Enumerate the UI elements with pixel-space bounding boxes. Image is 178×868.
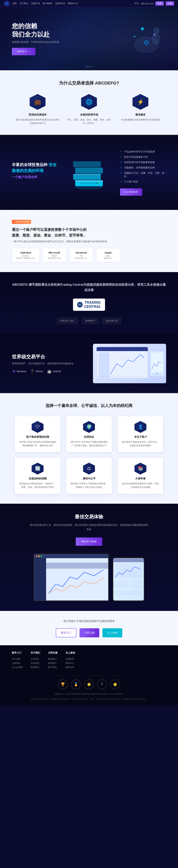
nav-account-types[interactable]: 账户类型▾ <box>43 2 52 5</box>
why-title-1: 全面的投资市场 <box>67 113 111 117</box>
platform-icon-windows-label: Windows <box>17 370 26 373</box>
tc-badges: 技术分析（EA） 股票和ETF 综合分析工具 <box>12 318 166 324</box>
platform-right <box>93 344 166 383</box>
svg-line-9 <box>143 29 154 35</box>
why-cards: 💼 更优的交易成本 最大化交易收益和交易效率是我们永远追求的目标ABCDEF G… <box>12 94 166 125</box>
why-desc-2: 专业客服团队在线为您解答任何交易问题 <box>119 118 162 122</box>
monitor-sidebar <box>34 558 46 600</box>
market-logo-facebook: facebook FBFacebook, Inc. <box>70 248 93 262</box>
svg-text:A: A <box>6 3 7 5</box>
footer-col-2-title: 立即注册 <box>48 651 57 655</box>
hero-dot-1[interactable] <box>86 66 87 67</box>
footer-link-0-0[interactable]: 开户须知 <box>12 657 23 661</box>
invest-feature-list: 产品品种内专可打开市场直接 提供丰富快捷服务于您 全球贸易可向市场探索和精密 天… <box>120 149 166 184</box>
footer-link-1-0[interactable]: 公司简介 <box>31 657 40 661</box>
hero-title: 您的信赖 我们全力以赴 <box>12 22 59 38</box>
svg-rect-34 <box>46 562 108 568</box>
cta-btn-beginner[interactable]: 新手入门 <box>56 628 76 638</box>
invest-subtitle: 一个账户交易全球 <box>12 175 58 179</box>
why-icon-2: ⚡ <box>132 94 148 110</box>
tc-badge-1: 股票和ETF <box>82 318 99 324</box>
tc-heading: ABCDEFG 携手国际著名分析机构Trading Central为您提供服务获… <box>12 282 166 292</box>
svg-rect-19 <box>73 174 101 175</box>
nav-links: 首页 关于我们 交易产品 账户类型▾ 交易平台▾ 帮助中心▾ <box>12 2 134 5</box>
nav-right: 中文 400-xxx-xxxx 登录 注册 <box>134 1 174 5</box>
nav-lang[interactable]: 中文 <box>134 2 139 5</box>
nav-home[interactable]: 首页 <box>12 2 17 5</box>
footer-link-3-0[interactable]: 在线咨询 <box>66 657 75 661</box>
market-logo-alphabet: Alphabet GOOGLGOOGL Alphabet Inc. <box>12 248 40 262</box>
svg-rect-36 <box>113 558 144 562</box>
hero-dot-2[interactable] <box>88 66 90 67</box>
broker-card-0: 🛡 客户资金管理的纪商 所有客户资金均存放在全球顶级金融机构的隔离账户中，确保安… <box>15 416 60 452</box>
iphone-icon: 📱 <box>30 369 34 374</box>
footer-col-0: 新手入门 开户须知 交易条款 出入金说明 <box>12 651 23 669</box>
broker-desc-5: 提供丰富的教育资源和学习材料，帮助交易者提升专业技能 <box>122 482 159 489</box>
broker-icon-2: 👤 <box>134 421 146 433</box>
cta-btn-register[interactable]: 立即注册 <box>79 628 99 638</box>
platform-icon-iphone[interactable]: 📱 iPhone <box>30 369 43 374</box>
experience-cta-button[interactable]: 即刻开户投资 <box>76 537 102 546</box>
why-card-0: 💼 更优的交易成本 最大化交易收益和交易效率是我们永远追求的目标ABCDEF G <box>16 94 59 125</box>
nav-about[interactable]: 关于我们 <box>20 2 28 5</box>
invest-feature-0: 产品品种内专可打开市场直接 <box>120 149 166 154</box>
footer-disclaimer: 本网站所提供的信息、内容或工具仅供参考，不构成任何投资建议。外汇、差价合约等产品… <box>12 698 166 701</box>
footer-link-0-2[interactable]: 出入金说明 <box>12 665 23 669</box>
footer-col-3-title: 马上咨询 <box>66 651 75 655</box>
invest-3d-graphic <box>66 153 112 192</box>
footer-col-1: 关于我们 公司简介 监管信息 联系我们 <box>31 651 40 669</box>
nav-help[interactable]: 帮助中心▾ <box>68 2 78 5</box>
svg-point-20 <box>75 185 103 190</box>
footer-col-3-list: 在线咨询 帮助中心 联系支持 <box>66 657 75 669</box>
footer-link-2-0[interactable]: 模拟账户 <box>48 657 57 661</box>
hero-dot-3[interactable] <box>91 66 92 67</box>
invest-feature-2: 全球贸易可向市场探索和精密 <box>120 160 166 165</box>
platform-icon-android[interactable]: 🤖 Android <box>47 369 61 374</box>
alphabet-name: Alphabet <box>16 251 35 254</box>
experience-desc: 强大的交易分析工具，满足各类交易需求。我们对交易工具的技术要求提供最高支持，助您… <box>30 523 148 531</box>
nav-products[interactable]: 交易产品 <box>31 2 40 5</box>
why-card-1: 🌐 全面的投资市场 外汇、股票、原油、黄金、指数、期货、比特币、货币等... <box>67 94 111 125</box>
cta-btn-consult[interactable]: 马上咨询 <box>102 628 122 638</box>
market-logos: Alphabet GOOGLGOOGL Alphabet Inc. Micros… <box>12 248 166 262</box>
footer-link-3-1[interactable]: 帮助中心 <box>66 661 75 665</box>
facebook-sub: FBFacebook, Inc. <box>74 255 89 259</box>
monitor-dot-red <box>36 555 37 557</box>
footer-link-0-1[interactable]: 交易条款 <box>12 661 23 665</box>
hero-section: 您的信赖 我们全力以赴 发现我们的优势，于ABCDEFG共赴全球市场 立即开户 <box>0 7 178 70</box>
footer-copyright: 风险提示 | © 2021 ABCDEFG 版权所有 | https://www… <box>12 692 166 696</box>
footer: 新手入门 开户须知 交易条款 出入金说明 关于我们 公司简介 监管信息 联系我们… <box>0 645 178 705</box>
broker-icon-4: ⚖ <box>83 463 95 474</box>
why-icon-1: 🌐 <box>81 94 97 110</box>
footer-col-1-title: 关于我们 <box>31 651 40 655</box>
broker-title-3: 交易品种的范围 <box>19 477 56 480</box>
footer-link-1-2[interactable]: 联系我们 <box>31 665 40 669</box>
tc-badge-0: 技术分析（EA） <box>57 318 78 324</box>
nav-platform[interactable]: 交易平台▾ <box>55 2 65 5</box>
site-logo[interactable]: A <box>4 1 9 6</box>
invest-section: 丰富的全球投资品种 安全极速的交易的环境 一个账户交易全球 产品品种内专可打开市… <box>0 135 178 210</box>
platform-screenshot <box>93 344 166 383</box>
alphabet-sub: GOOGLGOOGL Alphabet Inc. <box>16 255 35 259</box>
cert-badge-2: ⭐ <box>84 679 94 689</box>
hero-cta-button[interactable]: 立即开户 <box>12 48 35 55</box>
hero-subtitle: 发现我们的优势，于ABCDEFG共赴全球市场 <box>12 40 59 44</box>
svg-point-33 <box>156 373 158 374</box>
footer-link-3-2[interactable]: 联系支持 <box>66 665 75 669</box>
platform-icon-windows[interactable]: 🖥 Windows <box>12 369 26 374</box>
svg-point-22 <box>96 182 98 184</box>
platform-heading: 世界级交易平台 <box>12 354 85 360</box>
invest-right: 产品品种内专可打开市场直接 提供丰富快捷服务于您 全球贸易可向市场探索和精密 天… <box>120 149 166 196</box>
footer-col-1-list: 公司简介 监管信息 联系我们 <box>31 657 40 669</box>
svg-point-23 <box>98 182 100 184</box>
footer-link-1-1[interactable]: 监管信息 <box>31 661 40 665</box>
monitor-dot-yellow <box>38 555 40 557</box>
footer-link-2-2[interactable]: 账户类型 <box>48 665 57 669</box>
footer-link-2-1[interactable]: 真实账户 <box>48 661 57 665</box>
svg-rect-28 <box>97 350 148 351</box>
nav-login-btn[interactable]: 登录 <box>155 1 164 5</box>
nav-register-btn[interactable]: 注册 <box>166 1 174 5</box>
broker-icon-3: 🔄 <box>32 463 44 474</box>
tablet <box>113 558 144 601</box>
invest-cta-button[interactable]: 马上开始投资 <box>120 188 142 196</box>
